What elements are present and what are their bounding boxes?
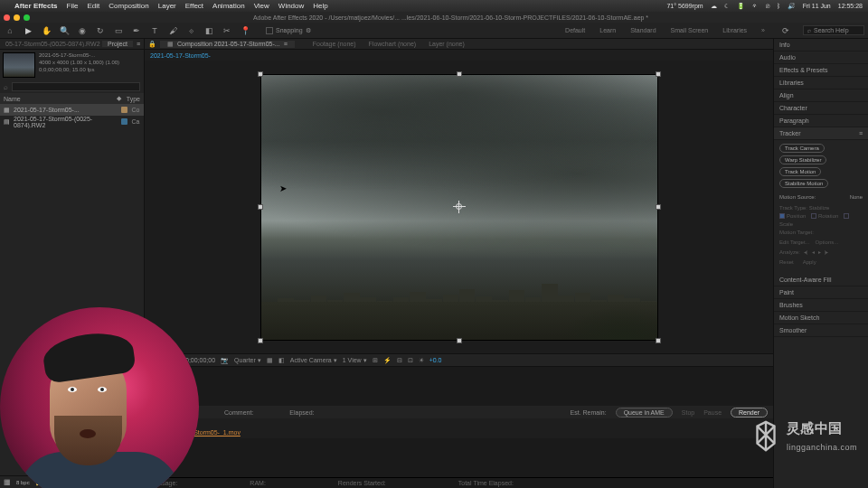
view-layout-dropdown[interactable]: 1 View ▾ [343,357,367,364]
project-search-icon[interactable]: ⌕ [4,83,8,91]
motion-source-dropdown[interactable]: Motion Source: None [774,192,868,202]
rotation-checkbox[interactable] [811,213,816,219]
render-button[interactable]: Render [731,408,768,418]
menu-effect[interactable]: Effect [185,2,203,10]
bit-depth[interactable]: 8 bpc [16,480,30,485]
volume-icon[interactable]: 🔊 [788,3,796,10]
libraries-panel[interactable]: Libraries [774,77,868,89]
project-search-input[interactable] [12,82,140,91]
orbit-tool-icon[interactable]: ◉ [76,24,89,37]
timecode[interactable]: 0;00;00;00 [185,357,215,363]
rotation-tool-icon[interactable]: ↻ [94,24,107,37]
label-color[interactable] [121,107,127,113]
info-panel[interactable]: Info [774,39,868,52]
audio-panel[interactable]: Audio [774,52,868,64]
brushes-panel[interactable]: Brushes [774,299,868,312]
col-type[interactable]: Type [127,96,140,102]
track-camera-button[interactable]: Track Camera [779,144,825,153]
panel-menu-icon[interactable]: ≡ [284,41,288,47]
footage-viewer-tab[interactable]: Footage (none) [313,41,356,47]
workspace-overflow-icon[interactable]: » [758,25,769,35]
menu-layer[interactable]: Layer [158,2,176,10]
character-panel[interactable]: Character [774,102,868,115]
mask-toggle-icon[interactable]: ◧ [278,357,285,364]
effect-controls-tab[interactable]: 05-17-Storm05-(0025-0874).RW2 [0,41,102,47]
resize-handle-mr[interactable] [656,204,661,210]
canvas[interactable]: ➤ [260,74,658,341]
maximize-window[interactable] [24,14,30,21]
resize-handle-tl[interactable] [258,71,263,77]
menu-edit[interactable]: Edit [87,2,99,10]
effects-presets-panel[interactable]: Effects & Presets [774,64,868,77]
resize-handle-bm[interactable] [457,338,462,343]
resize-handle-bl[interactable] [258,338,263,343]
paragraph-panel[interactable]: Paragraph [774,115,868,127]
snapping-options-icon[interactable]: ⚙ [306,27,311,34]
col-label-icon[interactable]: ◆ [117,95,121,102]
align-panel[interactable]: Align [774,89,868,102]
render-queue-item[interactable]: s Only 2021-05-17-Storm05-_1.mov [145,418,773,438]
menubar-date[interactable]: Fri 11 Jun [803,3,831,9]
workspace-small[interactable]: Small Screen [667,25,712,35]
snapping-toggle[interactable]: Snapping ⚙ [266,27,311,34]
camera-dropdown[interactable]: Active Camera ▾ [290,357,337,364]
tracker-panel-header[interactable]: Tracker ≡ [774,127,868,140]
panel-menu-icon[interactable]: ≡ [133,41,144,47]
position-checkbox[interactable] [779,213,785,219]
workspace-learn[interactable]: Learn [596,25,619,35]
content-aware-fill-panel[interactable]: Content-Aware Fill [774,274,868,286]
brush-tool-icon[interactable]: 🖌 [166,24,179,37]
project-tab[interactable]: Project [102,41,133,47]
smoother-panel[interactable]: Smoother [774,324,868,337]
panel-menu-icon[interactable]: ≡ [859,130,863,136]
menu-window[interactable]: Window [278,2,304,10]
roto-brush-icon[interactable]: ✂ [221,24,233,37]
menu-view[interactable]: View [254,2,269,10]
resize-handle-tm[interactable] [457,71,462,77]
col-name[interactable]: Name [4,96,111,102]
pixel-aspect-icon[interactable]: ⊞ [373,357,378,364]
queue-in-ame-button[interactable]: Queue in AME [616,408,673,418]
resize-handle-ml[interactable] [258,204,263,210]
eraser-tool-icon[interactable]: ◧ [203,24,215,37]
composition-viewer[interactable]: ➤ [145,61,773,353]
hand-tool-icon[interactable]: ✋ [40,24,52,37]
layer-viewer-tab[interactable]: Layer (none) [429,41,465,47]
snapshot-icon[interactable]: 📷 [221,357,229,364]
resize-handle-tr[interactable] [656,71,661,77]
composition-breadcrumb[interactable]: 2021-05-17-Storm05- [145,50,773,61]
stabilize-motion-button[interactable]: Stabilize Motion [779,179,828,188]
minimize-window[interactable] [14,14,20,21]
project-item-comp[interactable]: ▦ 2021-05-17-Storm05-... Co [0,104,144,116]
warp-stabilizer-button[interactable]: Warp Stabilizer [779,155,826,164]
workspace-standard[interactable]: Standard [627,25,659,35]
track-motion-button[interactable]: Track Motion [779,167,821,176]
paint-panel[interactable]: Paint [774,286,868,299]
battery-icon[interactable]: 🔋 [737,3,745,10]
resize-handle-br[interactable] [656,338,661,343]
clone-stamp-icon[interactable]: ⟐ [184,24,197,37]
interpret-footage-icon[interactable]: ▦ [4,478,11,486]
zoom-tool-icon[interactable]: 🔍 [58,24,71,37]
moon-icon[interactable]: ☾ [724,3,730,10]
menu-animation[interactable]: Animation [212,2,245,10]
workspace-libraries[interactable]: Libraries [719,25,750,35]
menu-file[interactable]: File [67,2,79,10]
monitors-icon[interactable]: ⎚ [766,3,769,9]
composition-tab[interactable]: ▦ Composition 2021-05-17-Storm05-... ≡ [160,41,295,48]
home-icon[interactable]: ⌂ [4,24,16,37]
cloud-sync-icon[interactable]: ☁ [711,3,717,10]
project-item-footage[interactable]: ▤ 2021-05-17-Storm05-(0025-0874).RW2 Ca [0,116,144,127]
close-window[interactable] [4,14,10,21]
label-color[interactable] [121,118,127,125]
shape-tool-icon[interactable]: ▭ [112,24,125,37]
selection-tool-icon[interactable]: ▶ [22,24,34,37]
wifi-icon[interactable]: ᯤ [752,3,759,9]
exposure-value[interactable]: +0.0 [429,357,442,363]
search-help-input[interactable]: ⌕ Search Help [803,25,864,35]
menubar-time[interactable]: 12:55:28 [838,3,863,9]
flowchart-tab[interactable]: Flowchart (none) [369,41,417,47]
transparency-grid-icon[interactable]: ▦ [267,357,273,364]
workspace-default[interactable]: Default [561,25,589,35]
pen-tool-icon[interactable]: ✒ [130,24,143,37]
